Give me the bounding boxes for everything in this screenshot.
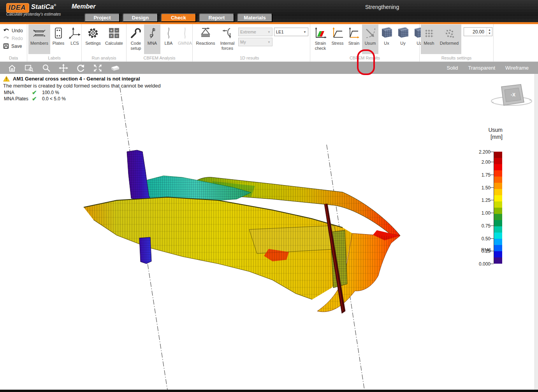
- home-icon: [8, 64, 16, 72]
- magnifier-icon: [42, 64, 51, 72]
- pan-button[interactable]: [57, 63, 70, 73]
- reactions-button[interactable]: Reactions: [194, 24, 217, 54]
- settings-label: Settings: [85, 41, 101, 46]
- view-toolbar: Solid Transparent Wireframe: [0, 62, 538, 74]
- bottom-bar: [0, 390, 538, 392]
- result-name: MNA Plates: [4, 96, 32, 102]
- zoom-button[interactable]: [40, 63, 53, 73]
- home-view-button[interactable]: [5, 63, 19, 73]
- tab-check[interactable]: Check: [161, 13, 196, 22]
- fit-view-icon: [93, 64, 102, 72]
- render-mode-wireframe[interactable]: Wireframe: [505, 65, 529, 71]
- zoom-window-icon: [25, 64, 34, 72]
- mna-button[interactable]: MNA: [144, 24, 160, 54]
- mesh-main-web: [84, 197, 352, 299]
- scale-tick-mark: [490, 175, 494, 175]
- registered-mark: ®: [54, 4, 56, 7]
- extreme-dropdown[interactable]: Extreme▼: [238, 28, 273, 36]
- calculate-label: Calculate: [105, 41, 123, 46]
- plates-label: Plates: [53, 41, 65, 46]
- fem-model-3d-view[interactable]: [0, 74, 538, 390]
- mesh-button[interactable]: Mesh: [421, 24, 437, 54]
- usum-icon: [364, 25, 376, 41]
- deformed-scale-stepper[interactable]: 20.00 ▲▼: [464, 27, 492, 36]
- vertical-scrollbar[interactable]: [534, 74, 538, 390]
- scale-tick-mark: [490, 187, 494, 188]
- svg-text:!: !: [6, 77, 7, 81]
- result-row-mna: MNA ✔ 100.0 %: [4, 89, 66, 96]
- result-value: 0.0 < 5.0 %: [42, 96, 66, 102]
- load-case-dropdown-value: LE1: [276, 30, 284, 34]
- tagline: Calculate yesterday's estimates: [6, 12, 61, 16]
- render-mode-solid[interactable]: Solid: [447, 65, 458, 71]
- internal-forces-label: Internal forces: [219, 41, 236, 51]
- color-scale: Usum [mm] 2.2002.001.751.501.251.000.750…: [469, 127, 504, 140]
- tab-project[interactable]: Project: [84, 13, 120, 22]
- lba-label: LBA: [165, 41, 173, 46]
- scale-tick-label: 0.25: [482, 248, 491, 254]
- settings-button[interactable]: Settings: [83, 24, 103, 54]
- tab-report[interactable]: Report: [199, 13, 234, 22]
- gmnia-icon: [182, 25, 188, 41]
- stepper-up-icon[interactable]: ▲: [488, 28, 491, 32]
- lcs-icon: [69, 25, 81, 41]
- ribbon-group-results-settings: Mesh Deformed 20.00 ▲▼ Results settings: [420, 24, 494, 61]
- strain-check-button[interactable]: Strain check: [311, 24, 329, 54]
- chevron-down-icon: ▼: [303, 30, 306, 34]
- undo-icon: [3, 28, 9, 33]
- stress-label: Stress: [331, 41, 343, 46]
- save-label: Save: [11, 44, 22, 49]
- scale-color-segment: [494, 177, 502, 183]
- zoom-fit-button[interactable]: [91, 63, 104, 73]
- pan-icon: [59, 64, 68, 72]
- ribbon-group-labels: Members Plates LCS Labels: [27, 24, 82, 61]
- lcs-button[interactable]: LCS: [67, 24, 83, 54]
- rotate-button[interactable]: [74, 63, 87, 73]
- group-label-cbfem-results: CBFEM Results: [311, 55, 418, 61]
- extreme-dropdown-value: Extreme: [240, 30, 256, 34]
- gear-icon: [87, 25, 99, 41]
- scale-color-segment: [494, 251, 502, 257]
- save-button[interactable]: Save: [2, 42, 24, 50]
- internal-forces-button[interactable]: Internal forces: [217, 24, 237, 54]
- ux-button[interactable]: Ux: [378, 24, 395, 54]
- scale-color-segment: [494, 239, 502, 245]
- stepper-down-icon[interactable]: ▼: [488, 32, 491, 35]
- strain-button[interactable]: Strain: [346, 24, 362, 54]
- redo-button[interactable]: Redo: [2, 35, 24, 42]
- load-case-dropdown[interactable]: LE1▼: [274, 28, 308, 36]
- deformed-button[interactable]: Deformed: [437, 24, 461, 54]
- scale-color-segment: [494, 183, 502, 189]
- stress-button[interactable]: Stress: [329, 24, 346, 54]
- scale-color-segment: [494, 195, 502, 201]
- plates-button[interactable]: Plates: [50, 24, 67, 54]
- calculate-button[interactable]: +−×÷ Calculate: [103, 24, 125, 54]
- members-button[interactable]: Members: [28, 24, 50, 54]
- uy-button[interactable]: Uy: [395, 24, 411, 54]
- my-dropdown[interactable]: My▼: [238, 38, 273, 46]
- analysis-results: MNA ✔ 100.0 % MNA Plates ✔ 0.0 < 5.0 %: [4, 89, 66, 102]
- ribbon-group-run-analysis: Settings +−×÷ Calculate Run analysis: [82, 24, 127, 61]
- tab-design[interactable]: Design: [123, 13, 158, 22]
- tab-materials[interactable]: Materials: [237, 13, 273, 22]
- gmnia-button[interactable]: GMNIA: [177, 24, 193, 54]
- render-mode-transparent[interactable]: Transparent: [468, 65, 495, 71]
- warning-message: ! AM1 General cross section 4 - General …: [3, 76, 161, 89]
- navigation-cube[interactable]: -X: [487, 80, 536, 115]
- my-dropdown-value: My: [240, 40, 246, 44]
- group-label-labels: Labels: [28, 55, 80, 61]
- usum-button[interactable]: Usum: [362, 24, 378, 54]
- warning-title: AM1 General cross section 4 - General is…: [13, 76, 140, 82]
- strain-check-label: Strain check: [313, 41, 328, 51]
- members-icon: [32, 25, 46, 41]
- section-box-button[interactable]: [108, 63, 121, 73]
- scale-tick-mark: [490, 226, 494, 226]
- color-scale-title: Usum: [469, 127, 504, 134]
- lcs-label: LCS: [70, 41, 79, 46]
- scale-tick-label: 2.200: [479, 149, 491, 155]
- code-setup-button[interactable]: Code setup: [128, 24, 144, 54]
- zoom-window-button[interactable]: [23, 63, 36, 73]
- reactions-icon: [199, 25, 212, 41]
- undo-button[interactable]: Undo: [2, 27, 24, 34]
- lba-button[interactable]: LBA: [160, 24, 177, 54]
